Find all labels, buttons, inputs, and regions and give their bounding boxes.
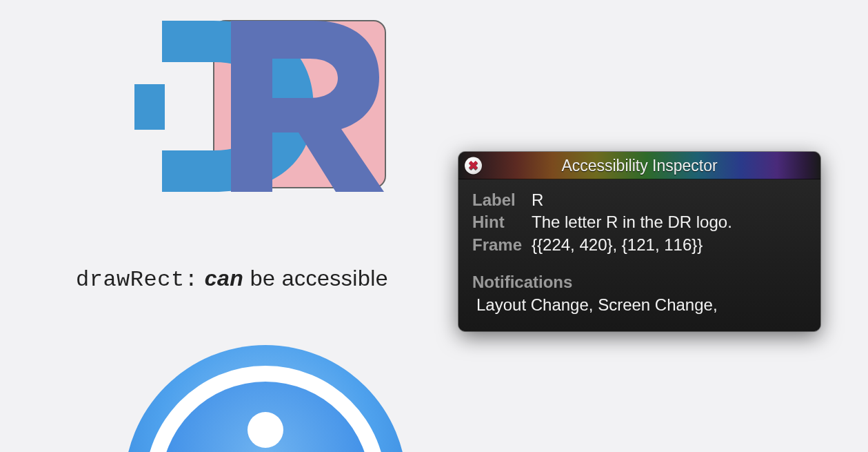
caption-rest: be accessible xyxy=(243,266,388,291)
row-key: Label xyxy=(472,189,522,211)
inspector-titlebar[interactable]: ✖ Accessibility Inspector xyxy=(458,152,820,179)
accessibility-inspector-panel: ✖ Accessibility Inspector Label R Hint T… xyxy=(458,152,820,331)
dr-logo xyxy=(134,21,386,197)
svg-rect-0 xyxy=(134,84,165,130)
notifications-heading: Notifications xyxy=(472,271,808,293)
inspector-row-frame: Frame {{224, 420}, {121, 116}} xyxy=(472,234,808,256)
close-button[interactable]: ✖ xyxy=(465,157,482,175)
close-icon: ✖ xyxy=(468,159,478,171)
notifications-value: Layout Change, Screen Change, xyxy=(472,294,808,316)
caption-emph: can xyxy=(205,266,244,291)
row-key: Hint xyxy=(472,211,522,233)
inspector-title: Accessibility Inspector xyxy=(561,157,717,175)
row-value: R xyxy=(532,189,543,211)
inspector-row-label: Label R xyxy=(472,189,808,211)
logo-letter-r xyxy=(231,21,384,192)
row-value: {{224, 420}, {121, 116}} xyxy=(532,234,703,256)
caption-text: drawRect: can be accessible xyxy=(76,266,388,293)
inspector-body: Label R Hint The letter R in the DR logo… xyxy=(458,179,820,331)
inspector-row-hint: Hint The letter R in the DR logo. xyxy=(472,211,808,233)
row-value: The letter R in the DR logo. xyxy=(532,211,732,233)
svg-point-4 xyxy=(248,412,283,448)
caption-code: drawRect: xyxy=(76,267,198,293)
accessibility-icon xyxy=(121,342,410,452)
row-key: Frame xyxy=(472,234,522,256)
